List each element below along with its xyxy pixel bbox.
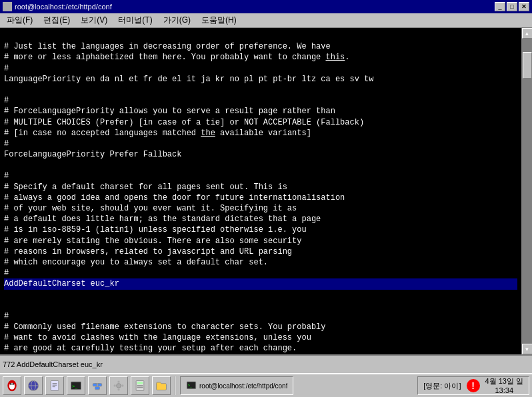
menu-go[interactable]: 가기(G) bbox=[159, 13, 195, 27]
editor-line-highlight: AddDefaultCharset euc_kr bbox=[4, 278, 517, 289]
network-icon bbox=[91, 379, 104, 392]
editor-line bbox=[4, 301, 9, 310]
editor-line: # bbox=[4, 171, 9, 181]
editor-line: # bbox=[4, 139, 9, 149]
title-bar-buttons: _ □ ✕ bbox=[495, 2, 529, 11]
editor-line: # Specify a default charset for all page… bbox=[4, 183, 287, 192]
editor-line: # MULTIPLE CHOICES (Prefer) [in case of … bbox=[4, 118, 364, 127]
svg-point-3 bbox=[12, 383, 14, 385]
svg-text:>_: >_ bbox=[72, 384, 77, 389]
menu-help[interactable]: 도움말(H) bbox=[197, 13, 241, 27]
svg-rect-26 bbox=[137, 385, 139, 386]
editor-line: # bbox=[4, 312, 9, 321]
svg-point-19 bbox=[117, 384, 121, 388]
close-button[interactable]: ✕ bbox=[519, 2, 529, 11]
taskbar-icon-docs[interactable] bbox=[45, 376, 64, 395]
editor-line: # more or less alphabetized them here. Y… bbox=[4, 53, 350, 62]
menu-view[interactable]: 보기(V) bbox=[77, 13, 111, 27]
title-bar: root@localhost:/etc/httpd/conf _ □ ✕ bbox=[0, 0, 532, 13]
scroll-track[interactable] bbox=[522, 39, 532, 344]
editor-line: # bbox=[4, 96, 9, 105]
editor-line: # are good at carefully testing your set… bbox=[4, 344, 297, 353]
editor-line: # of your web site, should you ever want… bbox=[4, 204, 297, 213]
menu-terminal[interactable]: 터미널(T) bbox=[114, 13, 156, 27]
calc-icon bbox=[133, 379, 147, 392]
penguin-icon bbox=[5, 379, 19, 392]
editor-line: LanguagePriority en da nl et fr de el it… bbox=[4, 75, 374, 84]
svg-rect-28 bbox=[141, 385, 143, 386]
taskbar-datetime: 4월 13일 일 13:34 bbox=[485, 376, 523, 396]
taskbar-icon-globe[interactable] bbox=[24, 376, 43, 395]
taskbar-app-label: root@localhost:/etc/httpd/conf bbox=[199, 382, 287, 390]
scroll-up-button[interactable]: ▲ bbox=[522, 28, 533, 39]
svg-rect-30 bbox=[139, 387, 141, 388]
editor-line: # reasons in browsers, related to javasc… bbox=[4, 247, 292, 256]
taskbar-icon-calc[interactable] bbox=[131, 376, 149, 395]
svg-rect-14 bbox=[93, 384, 97, 386]
error-icon[interactable]: ! bbox=[467, 379, 480, 392]
svg-point-2 bbox=[10, 383, 11, 385]
editor-line: # ForceLanguagePriority allows you to se… bbox=[4, 107, 335, 116]
editor-line bbox=[4, 161, 9, 170]
menu-bar: 파일(F) 편집(E) 보기(V) 터미널(T) 가기(G) 도움말(H) bbox=[0, 13, 532, 28]
svg-point-22 bbox=[114, 384, 116, 386]
svg-rect-13 bbox=[95, 387, 100, 390]
svg-point-20 bbox=[117, 381, 119, 383]
svg-rect-7 bbox=[51, 381, 59, 391]
scroll-down-button[interactable]: ▼ bbox=[522, 344, 533, 354]
editor-line: # are merely stating the obvious. There … bbox=[4, 236, 301, 246]
svg-point-23 bbox=[121, 384, 123, 386]
app-terminal-icon: >_ bbox=[186, 380, 197, 391]
terminal2-icon: >_ bbox=[69, 379, 83, 392]
editor-line: # bbox=[4, 64, 9, 73]
svg-point-21 bbox=[117, 388, 119, 390]
svg-rect-15 bbox=[98, 384, 102, 386]
editor-line: # a default does little harm; as the sta… bbox=[4, 214, 321, 224]
svg-rect-25 bbox=[137, 382, 143, 384]
menu-file[interactable]: 파일(F) bbox=[3, 13, 37, 27]
editor-line: ForceLanguagePriority Prefer Fallback bbox=[4, 150, 181, 159]
editor-line: # Just list the languages in decreasing … bbox=[4, 42, 331, 51]
im-label: [영문: 아이] bbox=[423, 381, 461, 391]
taskbar-icon-terminal[interactable]: >_ bbox=[67, 376, 85, 395]
svg-rect-29 bbox=[137, 387, 139, 388]
status-bar: 772 AddDefaultCharset euc_kr bbox=[0, 354, 532, 373]
maximize-button[interactable]: □ bbox=[507, 2, 517, 11]
scroll-thumb[interactable] bbox=[523, 52, 532, 79]
editor-text[interactable]: # Just list the languages in decreasing … bbox=[0, 28, 521, 354]
menu-edit[interactable]: 편집(E) bbox=[39, 13, 74, 27]
editor-line: # which encourage you to always set a de… bbox=[4, 258, 268, 267]
svg-point-1 bbox=[9, 383, 15, 390]
taskbar-right: [영문: 아이] ! 4월 13일 일 13:34 bbox=[417, 376, 529, 395]
title-bar-left: root@localhost:/etc/httpd/conf bbox=[3, 2, 112, 11]
taskbar-app-button[interactable]: >_ root@localhost:/etc/httpd/conf bbox=[180, 376, 293, 395]
editor-container: # Just list the languages in decreasing … bbox=[0, 28, 532, 354]
globe-icon bbox=[27, 379, 40, 392]
taskbar-icon-settings[interactable] bbox=[109, 376, 128, 395]
taskbar: >_ bbox=[0, 373, 532, 397]
docs-icon bbox=[48, 379, 61, 392]
terminal-icon bbox=[3, 2, 12, 11]
taskbar-icon-folder[interactable] bbox=[152, 376, 171, 395]
editor-line bbox=[4, 85, 9, 95]
editor-line: # [in case no accepted languages matched… bbox=[4, 129, 311, 138]
editor-line: # bbox=[4, 268, 9, 278]
svg-rect-31 bbox=[141, 387, 143, 388]
taskbar-icon-network[interactable] bbox=[88, 376, 107, 395]
minimize-button[interactable]: _ bbox=[495, 2, 505, 11]
status-line-info: 772 AddDefaultCharset euc_kr bbox=[3, 360, 103, 368]
editor-line: # want to avoid clashes with the languag… bbox=[4, 333, 311, 342]
settings-icon bbox=[112, 379, 125, 392]
taskbar-divider bbox=[175, 376, 176, 395]
folder-icon bbox=[155, 379, 168, 392]
svg-text:>_: >_ bbox=[188, 383, 193, 388]
editor-line: # Commonly used filename extensions to c… bbox=[4, 322, 325, 332]
taskbar-time: 13:34 bbox=[485, 386, 523, 395]
taskbar-date: 4월 13일 일 bbox=[485, 376, 523, 386]
editor-line: # is in iso-8859-1 (latin1) unless speci… bbox=[4, 225, 307, 234]
scrollbar[interactable]: ▲ ▼ bbox=[521, 28, 532, 354]
svg-rect-27 bbox=[139, 385, 141, 386]
editor-line: # always a good idea and opens the door … bbox=[4, 193, 345, 202]
title-bar-title: root@localhost:/etc/httpd/conf bbox=[15, 3, 112, 11]
taskbar-icon-penguin[interactable] bbox=[3, 376, 21, 395]
